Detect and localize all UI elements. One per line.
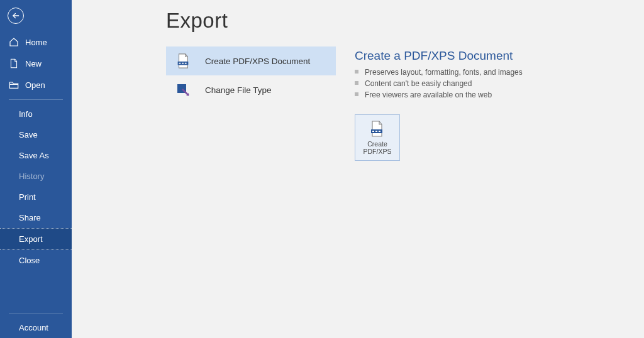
open-folder-icon xyxy=(9,80,19,90)
sidebar-item-export[interactable]: Export xyxy=(0,228,72,250)
sidebar-item-label: Account xyxy=(19,323,48,332)
svg-rect-2 xyxy=(179,63,181,64)
sidebar-item-label: Info xyxy=(19,109,33,119)
detail-bullet: Preserves layout, formatting, fonts, and… xyxy=(355,67,644,78)
sidebar-item-new[interactable]: New xyxy=(0,53,72,74)
detail-bullet-list: Preserves layout, formatting, fonts, and… xyxy=(355,67,644,101)
back-button[interactable] xyxy=(0,0,72,31)
create-pdf-xps-button[interactable]: Create PDF/XPS xyxy=(355,114,400,161)
export-option-change-file-type[interactable]: Change File Type xyxy=(166,75,336,104)
export-option-label: Create PDF/XPS Document xyxy=(205,57,310,66)
sidebar-item-open[interactable]: Open xyxy=(0,74,72,95)
sidebar-item-account[interactable]: Account xyxy=(0,317,72,338)
export-option-create-pdf-xps[interactable]: Create PDF/XPS Document xyxy=(166,46,336,75)
svg-rect-9 xyxy=(379,131,380,132)
create-pdf-xps-button-label: Create PDF/XPS xyxy=(364,140,392,155)
sidebar-item-label: History xyxy=(19,172,44,181)
sidebar-separator xyxy=(9,313,63,313)
export-option-label: Change File Type xyxy=(205,85,272,95)
detail-bullet-text: Preserves layout, formatting, fonts, and… xyxy=(365,67,523,78)
sidebar-item-share[interactable]: Share xyxy=(0,207,72,228)
detail-heading: Create a PDF/XPS Document xyxy=(355,49,644,63)
sidebar-item-history: History xyxy=(0,166,72,187)
sidebar-item-label: Export xyxy=(19,234,43,244)
detail-bullet: Free viewers are available on the web xyxy=(355,89,644,101)
sidebar-item-info[interactable]: Info xyxy=(0,104,72,124)
export-content: Create PDF/XPS Document Change File Type… xyxy=(72,46,644,161)
sidebar-item-label: Print xyxy=(19,192,36,202)
svg-rect-7 xyxy=(372,131,374,132)
svg-rect-3 xyxy=(182,63,184,64)
home-icon xyxy=(9,37,19,47)
change-file-type-icon xyxy=(175,82,191,98)
sidebar-item-label: New xyxy=(25,59,42,68)
detail-bullet-text: Free viewers are available on the web xyxy=(365,89,492,101)
sidebar-item-label: Home xyxy=(25,38,47,47)
sidebar-item-label: Save As xyxy=(19,151,49,160)
back-arrow-icon xyxy=(8,8,24,24)
sidebar-item-print[interactable]: Print xyxy=(0,187,72,207)
backstage-sidebar: Home New Open Info Save Save As History … xyxy=(0,0,72,338)
page-title: Export xyxy=(72,0,644,46)
sidebar-item-home[interactable]: Home xyxy=(0,31,72,53)
sidebar-item-label: Save xyxy=(19,130,38,139)
sidebar-item-label: Open xyxy=(25,80,45,90)
export-detail-panel: Create a PDF/XPS Document Preserves layo… xyxy=(355,46,644,161)
pdf-document-icon xyxy=(369,120,386,138)
sidebar-item-label: Close xyxy=(19,256,40,265)
sidebar-item-close[interactable]: Close xyxy=(0,250,72,271)
sidebar-item-label: Share xyxy=(19,213,41,222)
svg-rect-8 xyxy=(375,131,377,132)
pdf-document-icon xyxy=(175,53,191,69)
export-option-list: Create PDF/XPS Document Change File Type xyxy=(166,46,336,161)
sidebar-item-save[interactable]: Save xyxy=(0,124,72,145)
detail-bullet: Content can't be easily changed xyxy=(355,78,644,89)
svg-rect-4 xyxy=(185,63,187,64)
main-panel: Export Create PDF/XPS Document Change Fi… xyxy=(72,0,644,338)
detail-bullet-text: Content can't be easily changed xyxy=(365,78,472,89)
sidebar-separator xyxy=(9,99,63,100)
sidebar-item-save-as[interactable]: Save As xyxy=(0,145,72,166)
new-document-icon xyxy=(9,58,19,68)
